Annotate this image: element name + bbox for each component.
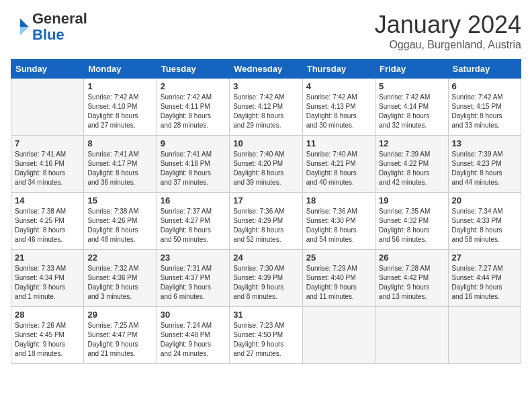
day-info: Sunrise: 7:42 AM Sunset: 4:15 PM Dayligh… (452, 93, 517, 130)
title-area: January 2024 Oggau, Burgenland, Austria (375, 11, 521, 51)
day-info: Sunrise: 7:23 AM Sunset: 4:50 PM Dayligh… (233, 321, 298, 359)
day-info: Sunrise: 7:27 AM Sunset: 4:44 PM Dayligh… (452, 264, 517, 302)
calendar-cell: 24Sunrise: 7:30 AM Sunset: 4:39 PM Dayli… (230, 250, 302, 307)
calendar-cell: 15Sunrise: 7:38 AM Sunset: 4:26 PM Dayli… (84, 193, 157, 250)
day-info: Sunrise: 7:39 AM Sunset: 4:22 PM Dayligh… (379, 150, 444, 187)
calendar-cell (375, 307, 448, 364)
day-info: Sunrise: 7:42 AM Sunset: 4:13 PM Dayligh… (306, 93, 371, 130)
logo-blue: Blue (32, 26, 64, 43)
calendar-cell: 5Sunrise: 7:42 AM Sunset: 4:14 PM Daylig… (375, 79, 448, 136)
day-info: Sunrise: 7:42 AM Sunset: 4:11 PM Dayligh… (161, 93, 226, 130)
day-info: Sunrise: 7:29 AM Sunset: 4:40 PM Dayligh… (306, 264, 371, 302)
day-info: Sunrise: 7:33 AM Sunset: 4:34 PM Dayligh… (15, 264, 80, 302)
calendar-cell: 27Sunrise: 7:27 AM Sunset: 4:44 PM Dayli… (448, 250, 521, 307)
day-info: Sunrise: 7:42 AM Sunset: 4:12 PM Dayligh… (233, 93, 298, 130)
day-info: Sunrise: 7:35 AM Sunset: 4:32 PM Dayligh… (379, 207, 444, 244)
header: General Blue January 2024 Oggau, Burgenl… (11, 11, 521, 51)
day-info: Sunrise: 7:32 AM Sunset: 4:36 PM Dayligh… (87, 264, 152, 302)
calendar-cell: 20Sunrise: 7:34 AM Sunset: 4:33 PM Dayli… (448, 193, 521, 250)
svg-marker-1 (20, 27, 29, 36)
day-number: 4 (306, 81, 371, 91)
day-number: 25 (306, 253, 371, 263)
day-number: 29 (87, 310, 152, 320)
day-number: 13 (452, 138, 517, 148)
calendar-cell: 11Sunrise: 7:40 AM Sunset: 4:21 PM Dayli… (302, 136, 375, 193)
day-number: 22 (87, 253, 152, 263)
calendar-cell: 28Sunrise: 7:26 AM Sunset: 4:45 PM Dayli… (11, 307, 84, 364)
calendar-cell: 25Sunrise: 7:29 AM Sunset: 4:40 PM Dayli… (302, 250, 375, 307)
day-info: Sunrise: 7:39 AM Sunset: 4:23 PM Dayligh… (452, 150, 517, 187)
day-info: Sunrise: 7:38 AM Sunset: 4:25 PM Dayligh… (15, 207, 80, 244)
day-number: 30 (161, 310, 226, 320)
calendar-cell: 3Sunrise: 7:42 AM Sunset: 4:12 PM Daylig… (230, 79, 302, 136)
day-info: Sunrise: 7:28 AM Sunset: 4:42 PM Dayligh… (379, 264, 444, 302)
day-header: Sunday (11, 60, 84, 79)
day-info: Sunrise: 7:41 AM Sunset: 4:18 PM Dayligh… (161, 150, 226, 187)
day-number: 7 (15, 138, 80, 148)
calendar-cell: 10Sunrise: 7:40 AM Sunset: 4:20 PM Dayli… (230, 136, 302, 193)
day-number: 14 (15, 195, 80, 205)
day-info: Sunrise: 7:42 AM Sunset: 4:14 PM Dayligh… (379, 93, 444, 130)
logo-general: General (32, 10, 87, 27)
day-number: 21 (15, 253, 80, 263)
day-info: Sunrise: 7:36 AM Sunset: 4:30 PM Dayligh… (306, 207, 371, 244)
calendar-cell: 23Sunrise: 7:31 AM Sunset: 4:37 PM Dayli… (157, 250, 229, 307)
day-header: Friday (375, 60, 448, 79)
day-info: Sunrise: 7:42 AM Sunset: 4:10 PM Dayligh… (87, 93, 152, 130)
calendar-cell: 14Sunrise: 7:38 AM Sunset: 4:25 PM Dayli… (11, 193, 84, 250)
day-number: 19 (379, 195, 444, 205)
logo: General Blue (11, 11, 87, 43)
day-info: Sunrise: 7:41 AM Sunset: 4:17 PM Dayligh… (87, 150, 152, 187)
calendar-cell: 30Sunrise: 7:24 AM Sunset: 4:48 PM Dayli… (157, 307, 229, 364)
calendar-cell: 19Sunrise: 7:35 AM Sunset: 4:32 PM Dayli… (375, 193, 448, 250)
day-number: 26 (379, 253, 444, 263)
day-info: Sunrise: 7:31 AM Sunset: 4:37 PM Dayligh… (161, 264, 226, 302)
day-header: Saturday (448, 60, 521, 79)
calendar-cell: 26Sunrise: 7:28 AM Sunset: 4:42 PM Dayli… (375, 250, 448, 307)
day-info: Sunrise: 7:25 AM Sunset: 4:47 PM Dayligh… (87, 321, 152, 359)
day-number: 5 (379, 81, 444, 91)
calendar-cell: 22Sunrise: 7:32 AM Sunset: 4:36 PM Dayli… (84, 250, 157, 307)
calendar-cell: 31Sunrise: 7:23 AM Sunset: 4:50 PM Dayli… (230, 307, 302, 364)
calendar-cell (302, 307, 375, 364)
calendar-cell: 1Sunrise: 7:42 AM Sunset: 4:10 PM Daylig… (84, 79, 157, 136)
calendar-cell: 29Sunrise: 7:25 AM Sunset: 4:47 PM Dayli… (84, 307, 157, 364)
day-info: Sunrise: 7:40 AM Sunset: 4:20 PM Dayligh… (233, 150, 298, 187)
day-number: 1 (87, 81, 152, 91)
calendar-cell: 8Sunrise: 7:41 AM Sunset: 4:17 PM Daylig… (84, 136, 157, 193)
day-number: 3 (233, 81, 298, 91)
day-info: Sunrise: 7:26 AM Sunset: 4:45 PM Dayligh… (15, 321, 80, 359)
day-number: 12 (379, 138, 444, 148)
calendar-cell (448, 307, 521, 364)
calendar-cell: 7Sunrise: 7:41 AM Sunset: 4:16 PM Daylig… (11, 136, 84, 193)
day-header: Tuesday (157, 60, 229, 79)
calendar-subtitle: Oggau, Burgenland, Austria (375, 39, 521, 51)
day-number: 11 (306, 138, 371, 148)
day-header: Monday (84, 60, 157, 79)
day-number: 23 (161, 253, 226, 263)
day-number: 15 (87, 195, 152, 205)
day-info: Sunrise: 7:30 AM Sunset: 4:39 PM Dayligh… (233, 264, 298, 302)
calendar-cell: 4Sunrise: 7:42 AM Sunset: 4:13 PM Daylig… (302, 79, 375, 136)
calendar-cell: 16Sunrise: 7:37 AM Sunset: 4:27 PM Dayli… (157, 193, 229, 250)
logo-icon (11, 17, 30, 36)
day-number: 17 (233, 195, 298, 205)
calendar-cell: 12Sunrise: 7:39 AM Sunset: 4:22 PM Dayli… (375, 136, 448, 193)
day-number: 9 (161, 138, 226, 148)
calendar-table: SundayMondayTuesdayWednesdayThursdayFrid… (11, 59, 521, 364)
day-number: 6 (452, 81, 517, 91)
day-info: Sunrise: 7:40 AM Sunset: 4:21 PM Dayligh… (306, 150, 371, 187)
calendar-cell: 17Sunrise: 7:36 AM Sunset: 4:29 PM Dayli… (230, 193, 302, 250)
day-info: Sunrise: 7:41 AM Sunset: 4:16 PM Dayligh… (15, 150, 80, 187)
day-info: Sunrise: 7:34 AM Sunset: 4:33 PM Dayligh… (452, 207, 517, 244)
day-number: 16 (161, 195, 226, 205)
day-number: 27 (452, 253, 517, 263)
day-info: Sunrise: 7:38 AM Sunset: 4:26 PM Dayligh… (87, 207, 152, 244)
day-number: 10 (233, 138, 298, 148)
calendar-cell: 2Sunrise: 7:42 AM Sunset: 4:11 PM Daylig… (157, 79, 229, 136)
day-number: 24 (233, 253, 298, 263)
calendar-cell: 9Sunrise: 7:41 AM Sunset: 4:18 PM Daylig… (157, 136, 229, 193)
day-info: Sunrise: 7:24 AM Sunset: 4:48 PM Dayligh… (161, 321, 226, 359)
day-number: 2 (161, 81, 226, 91)
day-number: 28 (15, 310, 80, 320)
